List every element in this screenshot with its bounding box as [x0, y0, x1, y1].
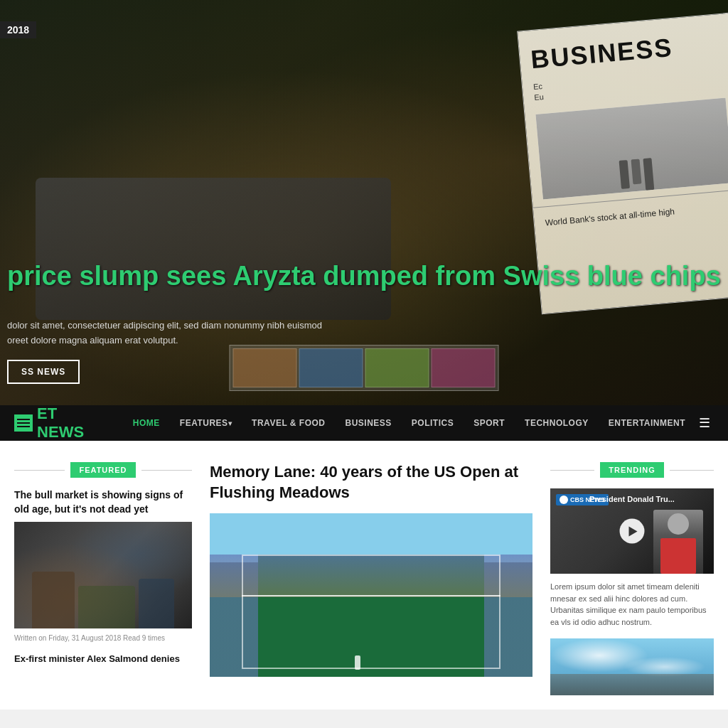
trending-video-title: President Donald Tru... — [589, 494, 675, 504]
trending-badge: TRENDING — [600, 462, 663, 478]
brand-icon — [14, 414, 33, 432]
trending-header-line-left — [550, 470, 594, 471]
nav-item-entertainment[interactable]: ENTERTAINMENT — [599, 405, 695, 441]
featured-header: FEATURED — [14, 462, 192, 478]
featured-column: FEATURED The bull market is showing sign… — [14, 462, 192, 695]
hero-section: BUSINESS Ec Eu World Bank's stock at all… — [0, 0, 728, 405]
featured-header-line-left — [14, 470, 65, 471]
play-button[interactable] — [620, 519, 645, 544]
trending-header-line-right — [670, 470, 714, 471]
hamburger-menu[interactable]: ☰ — [695, 415, 714, 431]
featured-header-line-right — [141, 470, 192, 471]
brand-et: ET — [37, 405, 57, 422]
hero-thumb-4[interactable] — [432, 348, 496, 387]
nav-item-features[interactable]: FEATURES — [170, 405, 242, 441]
nav-item-sport[interactable]: SPORT — [464, 405, 515, 441]
nav-item-home[interactable]: HOME — [123, 405, 170, 441]
tennis-court-lines — [242, 555, 500, 669]
nav-item-business[interactable]: BUSINESS — [336, 405, 402, 441]
main-article-image[interactable] — [210, 513, 532, 677]
hero-description: dolor sit amet, consectetuer adipiscing … — [0, 318, 329, 348]
brand-logo[interactable]: ET NEWS — [14, 405, 102, 441]
hero-keyboard-image — [36, 178, 391, 320]
nav-item-politics[interactable]: POLITICS — [402, 405, 464, 441]
tennis-court-net — [242, 595, 500, 596]
hero-desc-line1: dolor sit amet, consectetuer adipiscing … — [7, 318, 322, 333]
hero-headline-text: price slump sees Aryzta dumped from Swis… — [7, 262, 721, 291]
hero-thumb-1[interactable] — [233, 348, 297, 387]
hero-thumbnail-strip — [230, 345, 499, 391]
nav-items: HOME FEATURES TRAVEL & FOOD BUSINESS POL… — [123, 405, 695, 441]
hero-thumb-2[interactable] — [299, 348, 363, 387]
featured-badge: FEATURED — [70, 462, 135, 478]
main-article-title[interactable]: Memory Lane: 40 years of the US Open at … — [210, 462, 532, 503]
nav-item-travel-food[interactable]: TRAVEL & FOOD — [242, 405, 335, 441]
trending-image-2[interactable] — [550, 638, 714, 695]
trending-column: TRENDING CBS NEWS President Donald Tru..… — [550, 462, 714, 695]
trending-header: TRENDING — [550, 462, 714, 478]
brand-name: ET NEWS — [37, 405, 102, 441]
hero-date: 2018 — [0, 21, 36, 38]
hero-cta-button[interactable]: SS NEWS — [7, 360, 80, 384]
hero-headline-area: price slump sees Aryzta dumped from Swis… — [0, 262, 728, 291]
hero-thumb-3[interactable] — [365, 348, 429, 387]
featured-article1-image[interactable] — [14, 522, 192, 628]
trending-video-desc: Lorem ipsum dolor sit amet timeam deleni… — [550, 581, 714, 628]
featured-article1-meta: Written on Friday, 31 August 2018 Read 9… — [14, 634, 192, 642]
main-content: FEATURED The bull market is showing sign… — [0, 441, 728, 710]
main-article-column: Memory Lane: 40 years of the US Open at … — [210, 462, 532, 695]
trending-video[interactable]: CBS NEWS President Donald Tru... — [550, 488, 714, 574]
navbar: ET NEWS HOME FEATURES TRAVEL & FOOD BUSI… — [0, 405, 728, 441]
featured-article1-title[interactable]: The bull market is showing signs of old … — [14, 488, 192, 516]
nav-item-technology[interactable]: TECHNOLOGY — [515, 405, 599, 441]
featured-article2-title[interactable]: Ex-first minister Alex Salmond denies — [14, 653, 192, 665]
